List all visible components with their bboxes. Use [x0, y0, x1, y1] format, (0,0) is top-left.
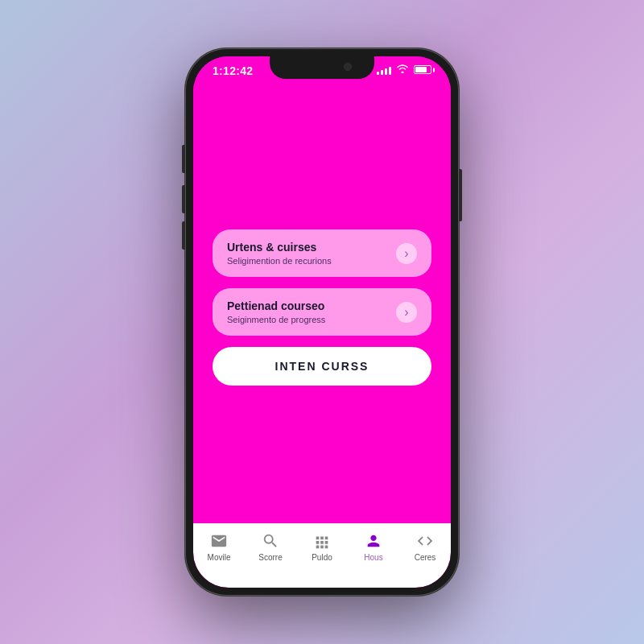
tab-bar: Movile Scorre Puldo Hou	[193, 523, 451, 588]
tab-movile-label: Movile	[208, 553, 231, 562]
tab-puldo[interactable]: Puldo	[296, 531, 348, 562]
scorre-icon	[261, 531, 280, 551]
wifi-icon	[397, 64, 408, 75]
card-2-arrow: ›	[396, 302, 417, 323]
tab-hous[interactable]: Hous	[348, 531, 399, 562]
status-time: 1:12:42	[213, 64, 253, 77]
card-1-subtitle: Seligimention de recurions	[227, 256, 396, 266]
phone-screen: 1:12:42	[193, 56, 451, 588]
card-pettienad[interactable]: Pettienad courseo Seiginmento de progres…	[213, 288, 431, 336]
tab-movile[interactable]: Movile	[193, 531, 245, 562]
card-1-arrow: ›	[396, 243, 417, 264]
card-1-title: Urtens & cuirses	[227, 241, 396, 254]
notch-camera	[344, 63, 352, 71]
hous-icon	[364, 531, 383, 551]
main-content: Urtens & cuirses Seligimention de recuri…	[193, 92, 451, 523]
tab-scorre-label: Scorre	[258, 553, 282, 562]
ceres-icon	[415, 531, 435, 551]
card-1-text: Urtens & cuirses Seligimention de recuri…	[227, 241, 396, 266]
card-2-text: Pettienad courseo Seiginmento de progres…	[227, 299, 396, 324]
tab-ceres[interactable]: Ceres	[399, 531, 451, 562]
card-urtens[interactable]: Urtens & cuirses Seligimention de recuri…	[213, 229, 431, 277]
movile-icon	[209, 531, 229, 551]
card-2-subtitle: Seiginmento de progress	[227, 315, 396, 324]
cta-button-label: INTEN CURSS	[275, 360, 369, 373]
tab-puldo-label: Puldo	[312, 553, 332, 562]
tab-hous-label: Hous	[364, 553, 382, 562]
inten-curss-button[interactable]: INTEN CURSS	[213, 347, 431, 386]
signal-icon	[377, 65, 391, 75]
tab-scorre[interactable]: Scorre	[245, 531, 296, 562]
card-2-title: Pettienad courseo	[227, 299, 396, 312]
phone-frame: 1:12:42	[185, 48, 459, 596]
puldo-icon	[312, 531, 332, 551]
battery-icon	[414, 65, 431, 74]
status-icons	[377, 64, 431, 75]
notch	[270, 56, 374, 79]
tab-ceres-label: Ceres	[415, 553, 436, 562]
